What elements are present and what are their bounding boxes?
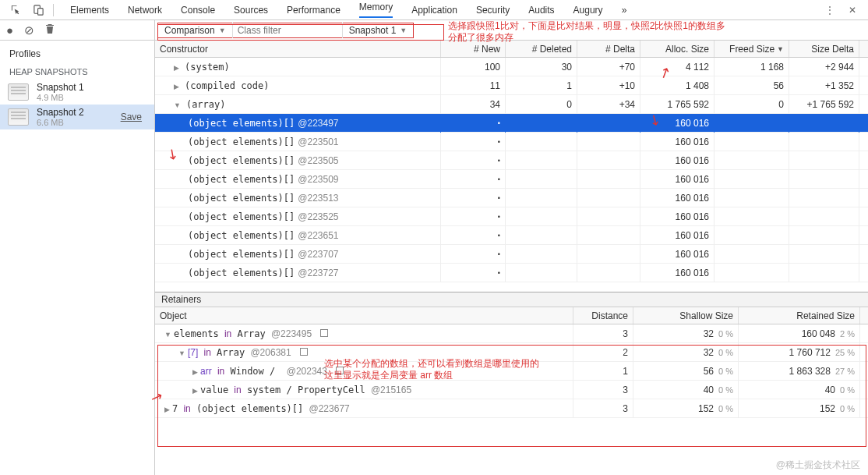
table-row[interactable]: (object elements)[] @223707•160 016: [155, 245, 868, 264]
table-row[interactable]: (object elements)[] @223651•160 016: [155, 226, 868, 245]
tab-security[interactable]: Security: [476, 5, 510, 16]
table-row[interactable]: (object elements)[] @223505•160 016: [155, 151, 868, 170]
watermark: @稀土掘金技术社区: [776, 459, 860, 472]
col-retained[interactable]: Retained Size: [739, 307, 860, 324]
device-icon[interactable]: [27, 0, 49, 20]
col-freed-size[interactable]: Freed Size▼: [715, 41, 789, 57]
table-row[interactable]: (object elements)[] @223497•160 016: [155, 114, 868, 133]
tab-audits[interactable]: Audits: [528, 5, 554, 16]
profiles-sidebar: ● ⊘ Profiles HEAP SNAPSHOTS Snapshot 1 4…: [0, 20, 155, 475]
profiles-header: Profiles: [0, 41, 154, 62]
col-object[interactable]: Object: [155, 307, 573, 324]
comparison-grid-body[interactable]: (system)10030+704 1121 168+2 944(compile…: [155, 58, 868, 292]
table-row[interactable]: (object elements)[] @223525•160 016: [155, 207, 868, 226]
col-shallow[interactable]: Shallow Size: [633, 307, 739, 324]
col-size-delta[interactable]: Size Delta: [789, 41, 859, 57]
snapshot-name: Snapshot 2: [37, 107, 113, 118]
col-delta[interactable]: # Delta: [577, 41, 640, 57]
table-row[interactable]: (object elements)[] @223501•160 016: [155, 133, 868, 151]
sidebar-tools: ● ⊘: [0, 20, 154, 41]
tab-augury[interactable]: Augury: [573, 5, 603, 16]
tab-network[interactable]: Network: [128, 5, 162, 16]
table-row[interactable]: (array)340+341 765 5920+1 765 592: [155, 95, 868, 114]
tab-memory[interactable]: Memory: [359, 2, 393, 18]
col-deleted[interactable]: # Deleted: [506, 41, 577, 57]
record-icon[interactable]: ●: [6, 23, 13, 37]
devtools-toolbar: Elements Network Console Sources Perform…: [0, 0, 868, 20]
annotation-box: [157, 345, 866, 447]
table-row[interactable]: (object elements)[] @223727•160 016: [155, 264, 868, 282]
col-new[interactable]: # New: [441, 41, 506, 57]
heap-snapshots-section: HEAP SNAPSHOTS: [0, 62, 154, 80]
table-row[interactable]: (object elements)[] @223509•160 016: [155, 170, 868, 189]
kebab-menu-icon[interactable]: ⋮: [819, 0, 841, 20]
retainers-header: Retainers: [155, 292, 868, 307]
tab-console[interactable]: Console: [181, 5, 215, 16]
table-row[interactable]: (compiled code)111+101 40856+1 352: [155, 76, 868, 95]
comparison-grid-header: Constructor # New # Deleted # Delta Allo…: [155, 41, 868, 58]
snapshot-item-1[interactable]: Snapshot 1 4.9 MB: [0, 80, 154, 105]
annotation-text: 选择跟快照1比对，下面是比对结果，明显，快照2比快照1的数组多: [448, 20, 725, 31]
gc-icon[interactable]: [45, 23, 55, 37]
inspect-icon[interactable]: [5, 0, 26, 20]
col-alloc-size[interactable]: Alloc. Size: [640, 41, 715, 57]
snapshot-size: 4.9 MB: [37, 93, 146, 102]
snapshot-icon: [8, 83, 29, 101]
clear-icon[interactable]: ⊘: [24, 23, 34, 37]
main-tabs: Elements Network Console Sources Perform…: [70, 0, 818, 20]
snapshot-size: 6.6 MB: [37, 118, 113, 127]
tab-sources[interactable]: Sources: [234, 5, 268, 16]
snapshot-name: Snapshot 1: [37, 82, 146, 93]
tab-elements[interactable]: Elements: [70, 5, 109, 16]
snapshot-item-2[interactable]: Snapshot 2 6.6 MB Save: [0, 105, 154, 129]
close-icon[interactable]: ✕: [842, 0, 863, 20]
annotation-box: [157, 24, 444, 41]
tab-application[interactable]: Application: [411, 5, 457, 16]
retainers-grid-header: Object Distance Shallow Size Retained Si…: [155, 307, 868, 324]
table-row[interactable]: (object elements)[] @223513•160 016: [155, 189, 868, 207]
save-link[interactable]: Save: [121, 112, 142, 122]
table-row[interactable]: elements in Array @223495 3320 %160 0482…: [155, 324, 868, 343]
divider: [53, 4, 54, 16]
tabs-overflow[interactable]: »: [622, 5, 627, 16]
svg-rect-1: [37, 9, 43, 15]
tab-performance[interactable]: Performance: [287, 5, 340, 16]
table-row[interactable]: (system)10030+704 1121 168+2 944: [155, 58, 868, 76]
snapshot-icon: [8, 108, 29, 126]
col-constructor[interactable]: Constructor: [155, 41, 441, 57]
col-distance[interactable]: Distance: [573, 307, 633, 324]
